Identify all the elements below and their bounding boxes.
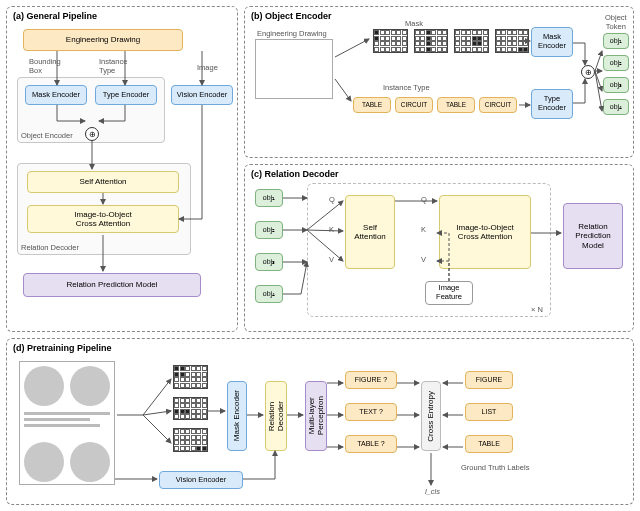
engdraw-label: Engineering Drawing — [257, 29, 327, 38]
relation-decoder-d: Relation Decoder — [265, 381, 287, 451]
panel-b-title: (b) Object Encoder — [251, 11, 332, 21]
instance-chip-3: TABLE — [437, 97, 475, 113]
panel-general-pipeline: (a) General Pipeline Engineering Drawing… — [6, 6, 238, 332]
mask-encoder-box: Mask Encoder — [25, 85, 87, 105]
panel-object-encoder: (b) Object Encoder Engineering Drawing M… — [244, 6, 634, 158]
instance-chip-2: CIRCUIT — [395, 97, 433, 113]
mask-d-1 — [173, 365, 208, 389]
query-figure: FIGURE ? — [345, 371, 397, 389]
relation-decoder-label: Relation Decoder — [21, 243, 79, 252]
object-token-col: obj₁ obj₂ obj₃ obj₄ — [603, 33, 629, 115]
panel-pretraining-pipeline: (d) Pretraining Pipeline Mask Encoder Re… — [6, 338, 634, 505]
panel-relation-decoder: (c) Relation Decoder obj₁ obj₂ obj₃ obj₄… — [244, 164, 634, 332]
mask-label: Mask — [405, 19, 423, 28]
times-n-label: × N — [531, 305, 543, 314]
relation-prediction-c: Relation Prediction Model — [563, 203, 623, 269]
relation-decoder-d-label: Relation Decoder — [267, 401, 285, 431]
query-table: TABLE ? — [345, 435, 397, 453]
obj-c-4: obj₄ — [255, 285, 283, 303]
obj-token-4: obj₄ — [603, 99, 629, 115]
panel-c-title: (c) Relation Decoder — [251, 169, 339, 179]
obj-c-3: obj₃ — [255, 253, 283, 271]
q-label-2: Q — [421, 195, 427, 204]
vision-encoder-d: Vision Encoder — [159, 471, 243, 489]
panel-d-title: (d) Pretraining Pipeline — [13, 343, 112, 353]
instance-chip-4: CIRCUIT — [479, 97, 517, 113]
cross-attention-box: Image-to-Object Cross Attention — [27, 205, 179, 233]
sum-icon: ⊕ — [85, 127, 99, 141]
document-thumb — [19, 361, 115, 485]
mask-encoder-d-label: Mask Encoder — [232, 390, 241, 441]
obj-token-1: obj₁ — [603, 33, 629, 49]
mask-thumb-1 — [373, 29, 408, 53]
instance-type-label: Instance Type — [383, 83, 430, 92]
mask-d-2 — [173, 397, 208, 421]
mlp-d: Multi-layer Perceptron — [305, 381, 327, 451]
k-label-1: K — [329, 225, 334, 234]
mask-thumb-3 — [454, 29, 489, 53]
gt-figure: FIGURE — [465, 371, 513, 389]
gt-list: LIST — [465, 403, 513, 421]
object-token-label: Object Token — [605, 13, 627, 31]
eng-drawing-box: Engineering Drawing — [23, 29, 183, 51]
v-label-1: V — [329, 255, 334, 264]
image-label: Image — [197, 63, 218, 72]
type-encoder-box: Type Encoder — [95, 85, 157, 105]
image-feature-box: Image Feature — [425, 281, 473, 305]
instance-type-row: TABLE CIRCUIT TABLE CIRCUIT — [353, 97, 517, 113]
obj-c-1: obj₁ — [255, 189, 283, 207]
mask-encoder-box-b: Mask Encoder — [531, 27, 573, 57]
mask-d-3 — [173, 428, 208, 452]
mask-encoder-d: Mask Encoder — [227, 381, 247, 451]
v-label-2: V — [421, 255, 426, 264]
gt-labels-caption: Ground Truth Labels — [461, 463, 529, 472]
obj-c-2: obj₂ — [255, 221, 283, 239]
self-attention-box: Self Attention — [27, 171, 179, 193]
relation-prediction-box: Relation Prediction Model — [23, 273, 201, 297]
panel-a-title: (a) General Pipeline — [13, 11, 97, 21]
obj-token-2: obj₂ — [603, 55, 629, 71]
itype-label: Instance Type — [99, 57, 127, 75]
instance-chip-1: TABLE — [353, 97, 391, 113]
mask-stack-d — [173, 365, 208, 452]
cross-entropy-label: Cross Entropy — [426, 391, 435, 442]
mask-thumb-2 — [414, 29, 449, 53]
bbox-label: Bounding Box — [29, 57, 61, 75]
object-encoder-label: Object Encoder — [21, 131, 73, 140]
mask-thumb-4 — [495, 29, 530, 53]
q-label-1: Q — [329, 195, 335, 204]
loss-label: l_cls — [425, 487, 440, 496]
cross-attention-c: Image-to-Object Cross Attention — [439, 195, 531, 269]
gt-col: FIGURE LIST TABLE — [465, 371, 513, 453]
obj-token-3: obj₃ — [603, 77, 629, 93]
k-label-2: K — [421, 225, 426, 234]
gt-table: TABLE — [465, 435, 513, 453]
query-text: TEXT ? — [345, 403, 397, 421]
type-encoder-box-b: Type Encoder — [531, 89, 573, 119]
query-col: FIGURE ? TEXT ? TABLE ? — [345, 371, 397, 453]
cross-entropy-box: Cross Entropy — [421, 381, 441, 451]
mlp-d-label: Multi-layer Perceptron — [307, 396, 325, 435]
obj-token-col-c: obj₁ obj₂ obj₃ obj₄ — [255, 189, 283, 303]
sum-icon-b: ⊕ — [581, 65, 595, 79]
engineering-drawing-thumb — [255, 39, 333, 99]
vision-encoder-box: Vision Encoder — [171, 85, 233, 105]
mask-group — [373, 29, 529, 53]
self-attention-c: Self Attention — [345, 195, 395, 269]
